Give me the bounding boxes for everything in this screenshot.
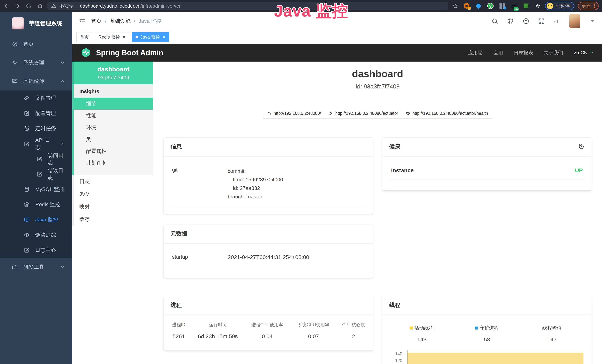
update-label: 更新 (581, 3, 591, 9)
log-edit-icon (36, 156, 42, 162)
legend-live-swatch (410, 327, 413, 330)
process-value-pid: 5261 (165, 333, 192, 340)
extension-grid-icon[interactable] (499, 3, 505, 9)
sidebar-item-java-monitor[interactable]: Java 监控 (0, 212, 72, 227)
sidebar-item-file-management[interactable]: 文件管理 (0, 90, 72, 106)
close-icon[interactable] (122, 35, 126, 39)
sidebar-item-error-logs[interactable]: 错误日志 (0, 167, 72, 182)
sba-nav-wallboard[interactable]: 应用墙 (468, 50, 483, 56)
user-caret-down-icon[interactable] (589, 18, 596, 24)
info-value: commit: time: 1596289704000 id: 27aa832 … (228, 167, 283, 201)
sba-nav-about[interactable]: 关于我们 (544, 50, 563, 56)
sidebar-item-mysql-monitor[interactable]: MySQL 监控 (0, 182, 72, 197)
tab-java-monitor[interactable]: Java 监控 (132, 32, 169, 42)
search-icon[interactable] (492, 18, 498, 24)
browser-menu-icon[interactable] (594, 3, 595, 8)
log-edit-icon (24, 247, 30, 253)
font-size-icon[interactable] (554, 18, 560, 24)
sba-nav-journal[interactable]: 日志报表 (514, 50, 533, 56)
health-history-icon[interactable] (578, 143, 585, 150)
health-url-button[interactable]: http://192.168.0.2:48080/actuator/health (402, 108, 492, 119)
sidebar-item-redis-monitor[interactable]: Redis 监控 (0, 197, 72, 212)
sidebar-item-scheduled-jobs[interactable]: 定时任务 (0, 121, 72, 136)
service-url-button[interactable]: http://192.168.0.2:48080/ (263, 108, 325, 119)
threads-card-title: 线程 (389, 301, 400, 309)
sba-menu-caches[interactable]: 缓存 (74, 213, 153, 226)
breadcrumb-current: Java 监控 (139, 18, 161, 25)
user-avatar[interactable] (569, 14, 580, 28)
sidebar-item-access-logs[interactable]: 访问日志 (0, 151, 72, 167)
heartbeat-icon (406, 111, 410, 116)
process-value-process-cpu: 0.04 (244, 333, 291, 340)
address-bar[interactable]: 不安全 dashboard.yudao.iocoder.cn/infra/adm… (47, 2, 449, 10)
close-icon[interactable] (162, 35, 166, 39)
app-logo (12, 17, 24, 30)
sba-menu-config-props[interactable]: 配置属性 (74, 145, 153, 157)
sidebar-item-config-management[interactable]: 配置管理 (0, 106, 72, 121)
sba-menu-metrics[interactable]: 性能 (74, 110, 153, 121)
info-card-title: 信息 (171, 143, 182, 150)
database-icon (24, 186, 30, 192)
process-header-uptime: 运行时间 (192, 322, 243, 328)
sba-menu-details[interactable]: 细节 (74, 98, 153, 110)
sba-menu-logs[interactable]: 日志 (74, 175, 153, 188)
sidebar-item-infrastructure[interactable]: 基础设施 (0, 72, 72, 90)
sba-menu-scheduled-tasks[interactable]: 计划任务 (74, 157, 153, 169)
browser-back-icon[interactable] (3, 3, 10, 9)
instance-links: http://192.168.0.2:48080/ http://192.168… (153, 108, 602, 119)
legend-peak-label: 线程峰值 (542, 325, 562, 331)
sba-instance-name: dashboard (76, 66, 151, 73)
legend-daemon-value: 53 (454, 336, 519, 343)
extension-green-icon[interactable] (523, 3, 529, 9)
extension-colorzilla-icon[interactable] (463, 3, 470, 9)
sba-menu-environment[interactable]: 环境 (74, 121, 153, 133)
briefcase-icon (12, 264, 18, 270)
sba-brand[interactable]: Spring Boot Admin (96, 49, 163, 57)
sba-nav-applications[interactable]: 应用 (493, 50, 503, 56)
metadata-card: 元数据 startup 2021-04-27T00:44:31.254+08:0… (163, 225, 373, 278)
legend-daemon-label: 守护进程 (479, 325, 499, 331)
breadcrumb-home[interactable]: 首页 (91, 18, 102, 25)
sidebar-item-dev-tools[interactable]: 研发工具 (0, 258, 72, 276)
extensions-puzzle-icon[interactable] (535, 3, 541, 9)
sidebar-item-home[interactable]: 首页 (0, 35, 72, 54)
not-secure-label[interactable]: 不安全 (59, 3, 74, 9)
chevron-down-icon (589, 50, 594, 55)
sba-menu-jvm[interactable]: JVM (74, 188, 153, 201)
sidebar-item-trace[interactable]: 链路追踪 (0, 227, 72, 243)
info-card: 信息 git commit: time: 1596289704000 id: 2… (163, 138, 373, 214)
sba-menu-classes[interactable]: 类 (74, 133, 153, 145)
app-logo-row[interactable]: 芋道管理系统 (0, 12, 72, 35)
tags-view-bar: 首页 Redis 监控 Java 监控 (72, 30, 602, 44)
chevron-down-icon (60, 60, 65, 65)
fullscreen-icon[interactable] (538, 18, 545, 24)
url-text[interactable]: dashboard.yudao.iocoder.cn/infra/admin-s… (80, 3, 181, 9)
browser-update-button[interactable]: 更新 (578, 2, 599, 10)
sba-instance-header[interactable]: dashboard 93a3fc7f7409 (72, 62, 153, 84)
sidebar-item-api-logs[interactable]: API 日志 (0, 136, 72, 151)
process-header-system-cpu: 系统CPU使用率 (291, 322, 336, 328)
extension-y-icon[interactable]: y (487, 3, 494, 9)
sidebar-item-system-management[interactable]: 系统管理 (0, 54, 72, 72)
browser-home-icon[interactable] (37, 3, 43, 9)
bookmark-star-icon[interactable] (452, 3, 458, 9)
github-icon[interactable] (507, 18, 514, 24)
profile-paused-chip[interactable]: 已暂停 (545, 2, 574, 10)
tab-home[interactable]: 首页 (76, 32, 92, 42)
chevron-down-icon (60, 265, 65, 269)
not-secure-warning-icon[interactable] (51, 3, 56, 9)
extension-pin-icon[interactable] (475, 3, 482, 9)
breadcrumb-infrastructure[interactable]: 基础设施 (110, 18, 130, 25)
help-icon[interactable] (523, 18, 529, 24)
legend-live-label: 活动线程 (414, 325, 434, 331)
sidebar-item-log-center[interactable]: 日志中心 (0, 243, 72, 258)
sba-menu-mappings[interactable]: 映射 (74, 201, 153, 213)
tab-redis-monitor[interactable]: Redis 监控 (95, 32, 129, 42)
sidebar-collapse-icon[interactable] (79, 17, 86, 25)
legend-live-value: 143 (389, 336, 454, 343)
browser-forward-icon[interactable] (14, 3, 21, 9)
browser-reload-icon[interactable] (26, 3, 32, 9)
sba-language-select[interactable]: zh-CN (574, 50, 594, 56)
actuator-url-button[interactable]: http://192.168.0.2:48080/actuator (325, 108, 402, 119)
extension-switch-on-icon[interactable]: on (511, 3, 517, 9)
